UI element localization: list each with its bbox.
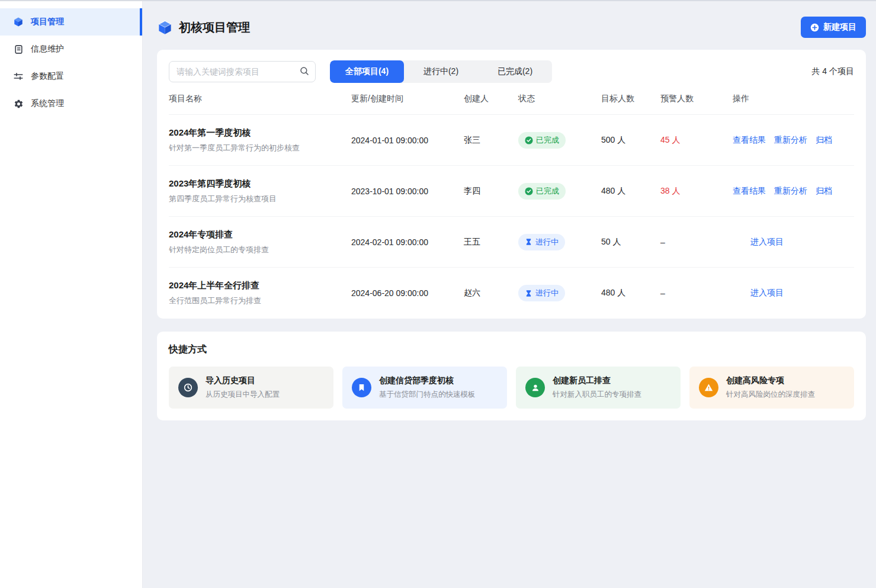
project-creator: 李四 (464, 186, 518, 197)
archive-link[interactable]: 归档 (816, 186, 832, 197)
project-description: 第四季度员工异常行为核查项目 (169, 194, 351, 204)
sidebar-item-system-management[interactable]: 系统管理 (0, 90, 142, 117)
project-name: 2024年专项排查 (169, 229, 351, 240)
status-badge: 进行中 (518, 234, 565, 250)
warning-count: – (660, 288, 733, 298)
page-header: 初核项目管理 新建项目 (157, 13, 866, 41)
project-time: 2024-06-20 09:00:00 (351, 288, 464, 298)
table-row: 2024年第一季度初核 针对第一季度员工异常行为的初步核查 2024-01-01… (169, 115, 854, 166)
sidebar-item-info-maintenance[interactable]: 信息维护 (0, 36, 142, 63)
hourglass-icon (525, 238, 532, 246)
view-results-link[interactable]: 查看结果 (733, 135, 766, 146)
quick-card-title: 创建信贷部季度初核 (379, 375, 476, 386)
quick-card-title: 创建高风险专项 (726, 375, 815, 386)
check-circle-icon (525, 136, 533, 144)
cube-icon (13, 17, 24, 27)
warning-count: 45 人 (660, 135, 733, 146)
status-badge: 已完成 (518, 132, 566, 149)
quick-card-title: 导入历史项目 (206, 375, 280, 386)
table-row: 2024年上半年全行排查 全行范围员工异常行为排查 2024-06-20 09:… (169, 268, 854, 319)
quick-card-desc: 从历史项目中导入配置 (206, 390, 280, 400)
project-creator: 张三 (464, 135, 518, 146)
col-header-target: 目标人数 (601, 94, 660, 104)
quick-card-desc: 基于信贷部门特点的快速模板 (379, 390, 476, 400)
quick-card-title: 创建新员工排查 (553, 375, 641, 386)
search-icon[interactable] (299, 66, 310, 76)
table-header: 项目名称 更新/创建时间 创建人 状态 目标人数 预警人数 操作 (169, 83, 854, 115)
sidebar-item-label: 信息维护 (31, 44, 64, 54)
tab-in-progress[interactable]: 进行中(2) (404, 60, 478, 83)
archive-link[interactable]: 归档 (816, 135, 832, 146)
reanalyze-link[interactable]: 重新分析 (774, 135, 807, 146)
enter-project-link[interactable]: 进入项目 (750, 237, 784, 248)
clock-icon (178, 378, 198, 397)
project-creator: 王五 (464, 237, 518, 248)
col-header-warning: 预警人数 (660, 94, 733, 104)
enter-project-link[interactable]: 进入项目 (750, 288, 784, 298)
quick-card-desc: 针对新入职员工的专项排查 (553, 390, 641, 400)
warning-count: 38 人 (660, 186, 733, 197)
status-badge: 已完成 (518, 183, 566, 200)
search-input[interactable] (169, 61, 316, 82)
sidebar-item-parameter-config[interactable]: 参数配置 (0, 63, 142, 90)
project-list-card: 全部项目(4) 进行中(2) 已完成(2) 共 4 个项目 项目名称 更新/创建… (157, 50, 866, 319)
quick-card-new-employee-screening[interactable]: 创建新员工排查 针对新入职员工的专项排查 (516, 367, 681, 409)
new-project-button[interactable]: 新建项目 (801, 17, 866, 38)
tab-all-projects[interactable]: 全部项目(4) (330, 60, 404, 83)
bookmark-icon (352, 378, 371, 397)
sidebar-item-label: 参数配置 (31, 71, 64, 82)
warning-icon (699, 378, 718, 397)
tab-completed[interactable]: 已完成(2) (478, 60, 552, 83)
quick-card-desc: 针对高风险岗位的深度排查 (726, 390, 815, 400)
quick-card-import-history[interactable]: 导入历史项目 从历史项目中导入配置 (169, 367, 333, 409)
table-row: 2024年专项排查 针对特定岗位员工的专项排查 2024-02-01 09:00… (169, 217, 854, 268)
document-icon (13, 44, 24, 54)
filter-tabs: 全部项目(4) 进行中(2) 已完成(2) (330, 60, 552, 83)
page-title: 初核项目管理 (179, 20, 250, 36)
col-header-status: 状态 (518, 94, 601, 104)
sidebar-item-label: 系统管理 (31, 98, 64, 109)
person-icon (525, 378, 545, 397)
project-time: 2024-01-01 09:00:00 (351, 136, 464, 145)
sidebar: 项目管理 信息维护 参数配置 系统管理 (0, 1, 143, 588)
sidebar-item-label: 项目管理 (31, 17, 64, 27)
gear-icon (13, 98, 24, 109)
filter-row: 全部项目(4) 进行中(2) 已完成(2) 共 4 个项目 (169, 60, 854, 83)
project-description: 针对特定岗位员工的专项排查 (169, 245, 351, 255)
table-row: 2023年第四季度初核 第四季度员工异常行为核查项目 2023-10-01 09… (169, 166, 854, 217)
reanalyze-link[interactable]: 重新分析 (774, 186, 807, 197)
main-content: 初核项目管理 新建项目 全部项目(4) 进行中(2) 已完成(2) 共 4 个项… (143, 1, 876, 588)
project-name: 2023年第四季度初核 (169, 178, 351, 189)
quick-actions-title: 快捷方式 (169, 343, 854, 356)
project-name: 2024年第一季度初核 (169, 127, 351, 139)
project-name: 2024年上半年全行排查 (169, 280, 351, 291)
status-badge: 进行中 (518, 285, 565, 301)
project-description: 全行范围员工异常行为排查 (169, 295, 351, 306)
check-circle-icon (525, 187, 533, 195)
project-time: 2024-02-01 09:00:00 (351, 237, 464, 247)
cube-icon (157, 20, 173, 36)
quick-actions-card: 快捷方式 导入历史项目 从历史项目中导入配置 创建信贷部季度初核 基于信贷部门特… (157, 332, 866, 420)
target-count: 480 人 (601, 288, 660, 298)
col-header-creator: 创建人 (464, 94, 518, 104)
project-description: 针对第一季度员工异常行为的初步核查 (169, 143, 351, 153)
search-box (169, 61, 316, 82)
warning-count: – (660, 237, 733, 247)
target-count: 480 人 (601, 186, 660, 197)
col-header-name: 项目名称 (169, 94, 351, 104)
sidebar-item-project-management[interactable]: 项目管理 (0, 8, 142, 36)
target-count: 500 人 (601, 135, 660, 146)
plus-circle-icon (810, 23, 819, 32)
quick-card-high-risk-special[interactable]: 创建高风险专项 针对高风险岗位的深度排查 (689, 367, 854, 409)
total-count: 共 4 个项目 (811, 66, 854, 77)
col-header-actions: 操作 (733, 94, 854, 104)
target-count: 50 人 (601, 237, 660, 248)
col-header-time: 更新/创建时间 (351, 94, 464, 104)
project-creator: 赵六 (464, 288, 518, 298)
hourglass-icon (525, 290, 532, 297)
sliders-icon (13, 71, 24, 82)
quick-card-credit-dept-review[interactable]: 创建信贷部季度初核 基于信贷部门特点的快速模板 (342, 367, 507, 409)
project-time: 2023-10-01 09:00:00 (351, 187, 464, 196)
view-results-link[interactable]: 查看结果 (733, 186, 766, 197)
